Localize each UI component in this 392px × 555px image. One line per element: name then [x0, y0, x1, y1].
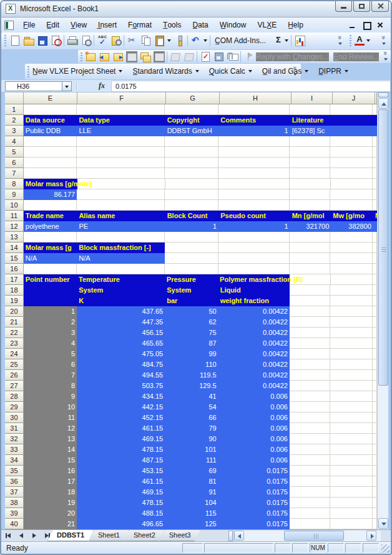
cell-H32[interactable]: 0.006: [218, 434, 290, 444]
sheet-tab-sheet2[interactable]: Sheet2: [124, 530, 165, 541]
cell-E16[interactable]: [24, 264, 77, 274]
cell-E24[interactable]: 5: [24, 349, 77, 359]
cell-I37[interactable]: [290, 487, 331, 498]
cell-J24[interactable]: [330, 349, 373, 359]
cell-K33[interactable]: [373, 444, 377, 455]
cell-G16[interactable]: [165, 264, 218, 274]
column-header-E[interactable]: E: [24, 92, 77, 104]
cell-G37[interactable]: 91: [165, 487, 218, 498]
cell-G33[interactable]: 101: [165, 444, 218, 455]
cell-F23[interactable]: 465.65: [77, 338, 165, 349]
cell-F17[interactable]: Temperature: [77, 274, 165, 285]
formatting-toolbar-options-chevron[interactable]: [380, 34, 388, 48]
cell-H38[interactable]: 0.0175: [218, 498, 290, 508]
cell-J18[interactable]: [330, 285, 373, 296]
reject-change-button[interactable]: [183, 51, 195, 64]
copy-button[interactable]: [140, 34, 152, 48]
cell-J20[interactable]: [330, 306, 373, 317]
cell-E32[interactable]: 13: [24, 434, 77, 444]
tab-nav-next-button[interactable]: [29, 531, 39, 541]
next-comment-button[interactable]: ▶: [112, 51, 124, 64]
cell-E30[interactable]: 11: [24, 412, 77, 423]
cell-J40[interactable]: [330, 519, 373, 529]
cell-F24[interactable]: 475.05: [77, 349, 165, 359]
row-header-24[interactable]: 24: [5, 349, 24, 359]
cell-K17[interactable]: [373, 274, 377, 285]
cell-F10[interactable]: [77, 200, 165, 211]
cell-I10[interactable]: [290, 200, 331, 211]
cell-J30[interactable]: [330, 412, 373, 423]
cell-E33[interactable]: 14: [24, 444, 77, 455]
column-header-G[interactable]: G: [166, 92, 220, 104]
row-header-15[interactable]: 15: [5, 253, 24, 264]
cell-G13[interactable]: [165, 232, 218, 242]
cell-E7[interactable]: [24, 168, 77, 179]
cell-H37[interactable]: 0.0175: [218, 487, 290, 498]
row-header-29[interactable]: 29: [5, 402, 24, 412]
autosum-button[interactable]: Σ: [273, 35, 283, 44]
scroll-down-button[interactable]: [378, 518, 388, 529]
sheet-tab-sheet3[interactable]: Sheet3: [160, 530, 200, 541]
vlxe-menu-button[interactable]: D̲IPPR: [318, 67, 348, 76]
workbook-close-icon[interactable]: [376, 21, 385, 29]
cell-J23[interactable]: [330, 338, 373, 349]
cell-E17[interactable]: Point number: [24, 274, 77, 285]
cell-K37[interactable]: [373, 487, 377, 498]
scroll-right-button[interactable]: [366, 531, 376, 541]
reply-with-changes-flag-button[interactable]: [243, 51, 255, 64]
cell-H26[interactable]: 0.00422: [218, 370, 290, 381]
cell-E14[interactable]: Molar mass [g: [24, 242, 77, 253]
cell-G23[interactable]: 87: [165, 338, 218, 349]
cell-E37[interactable]: 18: [24, 487, 77, 498]
cell-I4[interactable]: [290, 136, 331, 147]
vlxe-menu-button[interactable]: O̲il and Gas: [262, 67, 308, 76]
cell-G17[interactable]: Pressure: [165, 274, 218, 285]
row-header-10[interactable]: 10: [5, 200, 24, 211]
cell-F37[interactable]: 469.15: [77, 487, 165, 498]
column-header-J[interactable]: J: [333, 92, 375, 104]
cell-F20[interactable]: 437.65: [77, 306, 165, 317]
cell-G11[interactable]: Block Count: [165, 211, 219, 221]
cell-K24[interactable]: [373, 349, 377, 359]
paste-button[interactable]: [154, 34, 166, 48]
row-header-36[interactable]: 36: [5, 476, 24, 487]
cell-F11[interactable]: Alias name: [77, 211, 165, 221]
cell-J12[interactable]: 382800: [331, 221, 373, 232]
cell-E3[interactable]: Public DDB: [24, 126, 77, 136]
cell-E36[interactable]: 17: [24, 476, 77, 487]
cell-J19[interactable]: [330, 296, 373, 306]
cell-F3[interactable]: LLE: [77, 126, 165, 136]
cell-F4[interactable]: [77, 136, 165, 147]
cell-I35[interactable]: [290, 466, 331, 476]
formatting-toolbar-drag-handle[interactable]: [350, 35, 351, 48]
name-box-dropdown[interactable]: [62, 81, 72, 91]
send-to-mail-recipient-button[interactable]: [227, 51, 239, 64]
row-header-31[interactable]: 31: [5, 423, 24, 434]
cell-H1[interactable]: [218, 104, 290, 115]
chart-wizard-button[interactable]: [293, 34, 306, 48]
cell-E25[interactable]: 6: [24, 359, 77, 370]
cell-G39[interactable]: 115: [165, 508, 218, 519]
row-header-30[interactable]: 30: [5, 412, 24, 423]
reply-with-changes-button[interactable]: Reply with C̲hanges...: [256, 52, 329, 61]
cell-J31[interactable]: [330, 423, 373, 434]
cell-I2[interactable]: Literature: [290, 115, 331, 126]
cell-H36[interactable]: 0.0175: [218, 476, 290, 487]
cell-J32[interactable]: [330, 434, 373, 444]
menu-item[interactable]: H̲elp: [282, 18, 309, 32]
cell-I36[interactable]: [290, 476, 331, 487]
cell-F40[interactable]: 496.65: [77, 519, 165, 529]
cell-F14[interactable]: Block massfraction [-]: [77, 242, 165, 253]
row-header-2[interactable]: 2: [5, 115, 24, 126]
cell-I18[interactable]: [290, 285, 331, 296]
cell-J8[interactable]: [331, 179, 373, 189]
row-header-32[interactable]: 32: [5, 434, 24, 444]
cell-H33[interactable]: 0.006: [218, 444, 290, 455]
cell-I33[interactable]: [290, 444, 331, 455]
cell-E19[interactable]: [24, 296, 77, 306]
cell-K15[interactable]: [373, 253, 377, 264]
cell-H3[interactable]: 1: [218, 126, 290, 136]
cell-F34[interactable]: 487.15: [77, 455, 165, 466]
cell-E34[interactable]: 15: [24, 455, 77, 466]
format-painter-button[interactable]: [174, 34, 186, 48]
